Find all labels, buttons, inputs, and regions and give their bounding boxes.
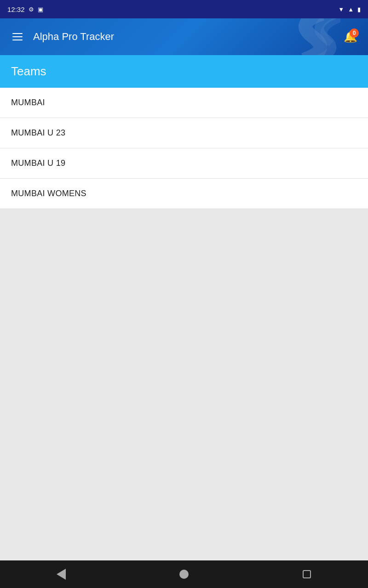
notification-badge: 0	[350, 28, 359, 38]
team-item[interactable]: MUMBAI WOMENS	[0, 179, 368, 209]
team-name: MUMBAI	[11, 98, 45, 107]
team-item[interactable]: MUMBAI	[0, 88, 368, 118]
status-bar-right: ▼ ▲ ▮	[338, 6, 361, 13]
nav-home-button[interactable]	[172, 563, 196, 586]
section-header: Teams	[0, 55, 368, 88]
back-icon	[57, 569, 66, 580]
bottom-nav	[0, 560, 368, 588]
content-area	[0, 209, 368, 560]
wifi-icon: ▼	[338, 6, 344, 13]
status-bar-left: 12:32 ⚙ ▣	[7, 6, 43, 13]
signal-icon: ▲	[348, 6, 354, 13]
recent-icon	[303, 570, 311, 578]
hamburger-menu[interactable]	[7, 27, 28, 47]
status-bar: 12:32 ⚙ ▣ ▼ ▲ ▮	[0, 0, 368, 18]
section-title: Teams	[11, 64, 46, 78]
settings-icon: ⚙	[29, 6, 34, 13]
team-item[interactable]: MUMBAI U 23	[0, 118, 368, 148]
nav-recent-button[interactable]	[295, 563, 318, 586]
team-name: MUMBAI U 19	[11, 158, 65, 168]
sim-icon: ▣	[38, 6, 43, 13]
app-bar: Alpha Pro Tracker 🔔 0	[0, 18, 368, 55]
teams-list: MUMBAIMUMBAI U 23MUMBAI U 19MUMBAI WOMEN…	[0, 88, 368, 209]
team-name: MUMBAI U 23	[11, 128, 65, 137]
team-name: MUMBAI WOMENS	[11, 189, 86, 198]
hamburger-line-3	[12, 40, 23, 40]
hamburger-line-1	[12, 33, 23, 34]
home-icon	[179, 570, 189, 579]
battery-icon: ▮	[357, 6, 361, 13]
notification-button[interactable]: 🔔 0	[340, 27, 361, 47]
nav-back-button[interactable]	[50, 563, 73, 586]
team-item[interactable]: MUMBAI U 19	[0, 148, 368, 179]
app-bar-decoration	[239, 18, 340, 55]
hamburger-line-2	[12, 36, 23, 37]
status-time: 12:32	[7, 6, 25, 13]
app-bar-actions: 🔔 0	[340, 27, 361, 47]
